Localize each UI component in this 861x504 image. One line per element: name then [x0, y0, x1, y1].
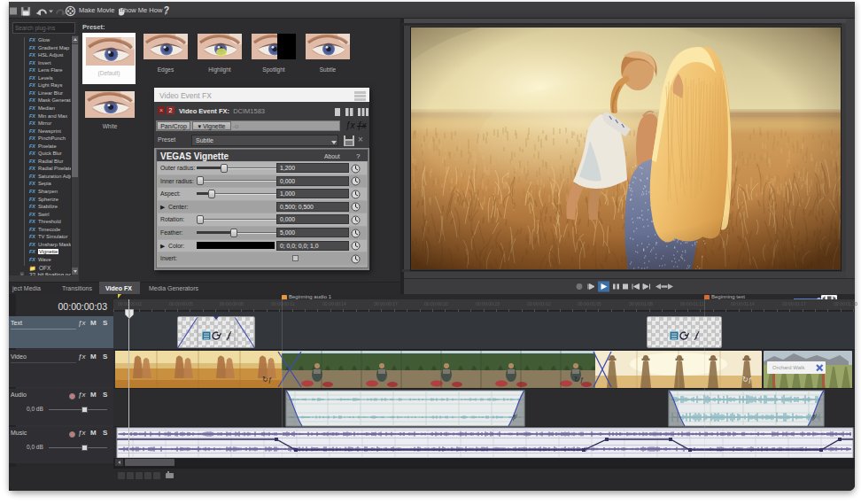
svg-text:f: f: [695, 332, 699, 341]
svg-text:f: f: [228, 332, 231, 341]
svg-text:Orchard Walk: Orchard Walk: [772, 365, 805, 370]
